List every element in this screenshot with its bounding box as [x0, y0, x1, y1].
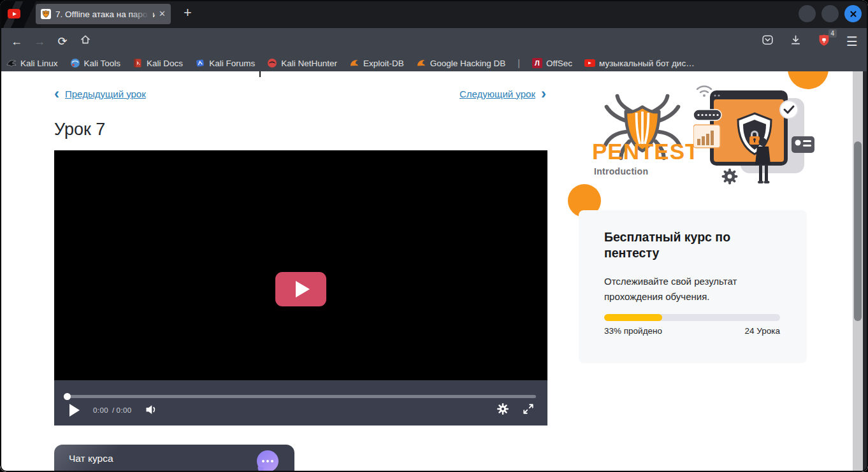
tab-close-icon[interactable]: ✕: [159, 9, 166, 18]
security-illustration: [693, 80, 816, 194]
bookmark-kali-linux[interactable]: Kali Linux: [6, 58, 58, 68]
video-screen[interactable]: [54, 150, 547, 380]
settings-button[interactable]: [497, 403, 509, 417]
bookmark-offsec[interactable]: Л OffSec: [532, 58, 572, 68]
offsec-icon: Л: [532, 58, 542, 68]
lessons-count-label: 24 Урока: [745, 326, 780, 336]
chat-title: Чат курса: [69, 453, 113, 464]
next-lesson-label[interactable]: Следующий урок: [459, 89, 535, 99]
close-button[interactable]: [844, 5, 862, 22]
page-content: ‹ Предыдущий урок Следующий урок › Урок …: [0, 71, 868, 472]
progress-fill: [604, 314, 662, 321]
exploit-db-icon: [349, 58, 359, 68]
progress-percent-label: 33% пройдено: [604, 326, 662, 336]
play-button[interactable]: [69, 404, 80, 417]
adblock-badge: 4: [828, 29, 837, 38]
youtube-icon: [8, 9, 20, 18]
codeby-favicon-icon: [41, 9, 51, 19]
bookmark-exploit-db[interactable]: Exploit-DB: [349, 58, 404, 68]
bookmark-kali-tools[interactable]: Kali Tools: [70, 58, 121, 68]
kali-docs-icon: [133, 58, 143, 68]
gear-icon: [497, 403, 509, 415]
volume-button[interactable]: [145, 403, 157, 418]
titlebar: 7. Offline атака на пароли ✕ +: [0, 0, 868, 28]
downloads-icon[interactable]: [790, 34, 802, 48]
previous-lesson-link[interactable]: ‹ Предыдущий урок: [54, 88, 146, 99]
home-button[interactable]: [78, 34, 93, 49]
bookmark-google-hacking-db[interactable]: Google Hacking DB: [416, 58, 506, 68]
course-progress-card: Бесплатный курс по пентесту Отслеживайте…: [579, 210, 807, 363]
home-icon: [80, 34, 91, 45]
seek-bar[interactable]: [67, 395, 536, 398]
kali-forums-icon: [195, 58, 205, 68]
course-card-title: Бесплатный курс по пентесту: [604, 229, 763, 261]
fullscreen-icon: [523, 403, 534, 415]
navigation-toolbar: ← → ⟳ https://codeby.schoo: [0, 28, 868, 55]
chat-bubble-icon[interactable]: [257, 450, 278, 472]
bookmark-kali-nethunter[interactable]: Kali NetHunter: [267, 58, 337, 68]
menu-button[interactable]: ☰: [846, 34, 858, 49]
clipped-page-title-artifact: [259, 71, 261, 77]
scrollbar-thumb[interactable]: [854, 141, 862, 321]
window-right-edge: [863, 71, 868, 472]
chevron-right-icon: ›: [541, 88, 546, 99]
course-chat-widget[interactable]: Чат курса: [54, 445, 294, 472]
new-tab-button[interactable]: +: [184, 4, 192, 21]
tab-active[interactable]: 7. Offline атака на пароли ✕: [36, 4, 171, 24]
kali-linux-icon: [6, 58, 17, 68]
adblock-extension-button[interactable]: 4: [818, 34, 830, 49]
next-lesson-link[interactable]: Следующий урок ›: [459, 88, 546, 99]
back-button[interactable]: ←: [9, 34, 24, 49]
bookmark-music-bot[interactable]: музыкальный бот дис…: [584, 59, 695, 68]
video-player: 0:00/0:00: [54, 150, 547, 426]
bookmark-kali-forums[interactable]: Kali Forums: [195, 58, 255, 68]
lesson-title: Урок 7: [54, 120, 105, 139]
banner-title: PENTEST: [592, 139, 699, 164]
seek-handle[interactable]: [64, 393, 71, 400]
browser-window: 7. Offline атака на пароли ✕ + ← → ⟳: [0, 0, 868, 472]
big-play-button[interactable]: [275, 272, 326, 306]
reload-button[interactable]: ⟳: [55, 34, 70, 49]
kali-tools-icon: [70, 58, 80, 68]
forward-button[interactable]: →: [32, 34, 47, 49]
course-card-description: Отслеживайте свой результат прохождения …: [604, 274, 778, 304]
banner-subtitle: Introduction: [594, 166, 648, 176]
pocket-icon[interactable]: [762, 34, 774, 48]
kali-nethunter-icon: [267, 58, 277, 68]
minimize-button[interactable]: [799, 5, 816, 22]
maximize-button[interactable]: [821, 5, 839, 22]
bookmark-kali-docs[interactable]: Kali Docs: [133, 58, 183, 68]
google-hacking-db-icon: [416, 58, 426, 68]
fullscreen-button[interactable]: [523, 403, 534, 417]
previous-lesson-label[interactable]: Предыдущий урок: [65, 89, 146, 99]
pinned-tab-youtube[interactable]: [8, 9, 20, 18]
close-icon: [850, 10, 857, 18]
bookmarks-separator: |: [517, 58, 520, 68]
youtube-icon: [584, 59, 595, 67]
bookmarks-bar: Kali Linux Kali Tools Kali Docs Kali F: [0, 55, 868, 71]
progress-bar: [604, 314, 780, 321]
chevron-left-icon: ‹: [54, 88, 59, 99]
video-controls: 0:00/0:00: [54, 380, 547, 426]
volume-icon: [145, 403, 157, 416]
time-display: 0:00/0:00: [93, 406, 132, 414]
